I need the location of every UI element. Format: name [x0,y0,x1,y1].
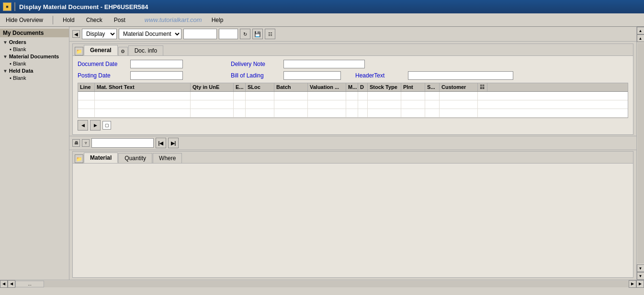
grid-col-d: D [358,83,368,91]
delivery-note-input[interactable] [283,60,365,68]
tab-quantity[interactable]: Quantity [118,153,152,163]
grid-col-e: E... [234,83,246,91]
grid-col-s: S... [425,83,440,91]
scroll-track[interactable] [637,43,644,263]
form-row-dates: Document Date Delivery Note [78,60,628,68]
sidebar-group-orders: ▼ Orders [0,38,69,46]
posting-date-input[interactable] [130,71,183,80]
sidebar-group-helddata: ▼ Held Data [0,67,69,75]
grid-nav-row: ◀ ▶ ▢ [78,120,628,131]
lower-panel-content [73,164,633,211]
doc-date-label: Document Date [78,61,121,67]
grid-col-plnt: Plnt [401,83,425,91]
right-scrollbar[interactable]: ▲ ▲ ▼ ▼ [636,27,644,280]
upper-panel: 📁 General ⚙ Doc. info Document Date Deli… [72,44,633,135]
header-text-input[interactable] [408,71,513,80]
grid-col-sloc: SLoc [246,83,274,91]
posting-date-label: Posting Date [78,72,121,79]
sidebar-group-matdocs: ▼ Material Documents [0,53,69,60]
sidebar-matdocs-blank[interactable]: • Blank [0,60,69,67]
upper-tab-bar: 📁 General ⚙ Doc. info [73,44,633,56]
grid-nav-prev[interactable]: ◀ [78,120,88,131]
lower-tab-bar: 📁 Material Quantity Where [73,152,633,164]
save-btn[interactable]: 💾 [252,29,263,39]
tab-icon-settings[interactable]: ⚙ [118,47,128,55]
doc-number-input[interactable] [183,29,217,39]
grid-col-qty: Qty in UnE [191,83,234,91]
sidebar-orders-blank[interactable]: • Blank [0,46,69,53]
nav-last-btn[interactable]: ▶| [168,138,179,148]
sidebar-helddata-blank[interactable]: • Blank [0,75,69,81]
panel-container: 📁 General ⚙ Doc. info Document Date Deli… [69,42,636,280]
scroll-left2-btn[interactable]: ◀ [8,280,15,288]
menu-bar: Hide Overview Hold Check Post www.tutori… [0,13,644,27]
scroll-h-track[interactable]: ... [15,281,629,287]
grid-nav-next[interactable]: ▶ [90,120,101,131]
print-icon[interactable]: 🖶 [72,139,80,147]
bottom-toolbar: 🖶 ▿ |◀ ▶| [69,136,636,150]
grid-row-3[interactable] [78,109,628,118]
scroll-up-btn[interactable]: ▲ [637,27,644,34]
grid-col-val: Valuation ... [308,83,346,91]
grid-col-stock: Stock Type [368,83,401,91]
grid-col-mat: Mat. Short Text [95,83,191,91]
grid-header: Line Mat. Short Text Qty in UnE E... SLo… [78,83,628,92]
grid-nav-page[interactable]: ▢ [102,121,111,130]
lower-panel: 📁 Material Quantity Where [72,151,633,278]
bill-of-lading-input[interactable] [283,71,341,80]
nav-prev-icon[interactable]: ◀ [72,30,80,38]
scroll-right2-btn[interactable]: ▶ [629,280,636,288]
helddata-expand-icon[interactable]: ▼ [3,68,9,74]
menu-help[interactable]: Help [210,16,226,24]
scroll-right-btn[interactable]: ▶ [636,280,644,288]
scroll-up2-btn[interactable]: ▲ [637,34,644,42]
tab-where[interactable]: Where [153,153,182,163]
refresh-btn[interactable]: ↻ [240,29,250,39]
search-input[interactable] [91,138,154,148]
grid-body [78,92,628,118]
panel-folder-icon[interactable]: 📁 [75,47,83,55]
grid-col-m: M... [346,83,358,91]
title-bar: ■ Display Material Document - EHP6USER58… [0,0,644,13]
lower-folder-icon[interactable]: 📁 [75,154,83,163]
tab-material[interactable]: Material [84,153,118,163]
orders-expand-icon[interactable]: ▼ [3,40,9,45]
menu-hold[interactable]: Hold [61,16,77,24]
bill-of-lading-label: Bill of Lading [231,72,274,79]
grid-btn[interactable]: ☷ [265,29,275,39]
toolbar2: ◀ Display Change Material Document ↻ 💾 ☷ [69,27,636,42]
title-text: Display Material Document - EHP6USER584 [19,3,148,11]
display-mode-dropdown[interactable]: Display Change [82,29,117,39]
tab-general[interactable]: General [84,45,118,55]
watermark-text: www.tutorialkart.com [145,16,202,23]
grid-row-1[interactable] [78,92,628,100]
nav-first-btn[interactable]: |◀ [156,138,166,148]
filter-icon[interactable]: ▿ [82,139,90,147]
main-layout: My Documents ▼ Orders • Blank ▼ Material… [0,27,644,280]
upper-grid: Line Mat. Short Text Qty in UnE E... SLo… [78,83,628,118]
menu-check[interactable]: Check [84,16,104,24]
menu-post[interactable]: Post [112,16,127,24]
grid-col-cust: Customer [440,83,478,91]
grid-row-2[interactable] [78,100,628,109]
matdocs-expand-icon[interactable]: ▼ [3,54,9,59]
grid-col-batch: Batch [274,83,308,91]
sidebar-header: My Documents [0,29,69,37]
grid-col-icon: ☷ [478,83,487,91]
doc-type-dropdown[interactable]: Material Document [119,29,181,39]
app-icon2 [14,2,15,11]
delivery-note-label: Delivery Note [231,61,274,67]
bottom-scrollbar[interactable]: ◀ ◀ ... ▶ ▶ [0,280,644,287]
app-icon: ■ [3,2,11,11]
menu-hide-overview[interactable]: Hide Overview [4,16,45,24]
doc-year-input[interactable] [219,29,238,39]
tab-docinfo[interactable]: Doc. info [128,45,163,55]
content-area: ◀ Display Change Material Document ↻ 💾 ☷ [69,27,636,280]
upper-panel-content: Document Date Delivery Note Posting Date… [73,56,633,134]
form-row-posting: Posting Date Bill of Lading HeaderText [78,71,628,80]
scroll-down2-btn[interactable]: ▼ [637,264,644,272]
doc-date-input[interactable] [130,60,183,68]
scroll-left-btn[interactable]: ◀ [0,280,8,288]
grid-col-line: Line [78,83,95,91]
scroll-down-btn[interactable]: ▼ [637,272,644,280]
